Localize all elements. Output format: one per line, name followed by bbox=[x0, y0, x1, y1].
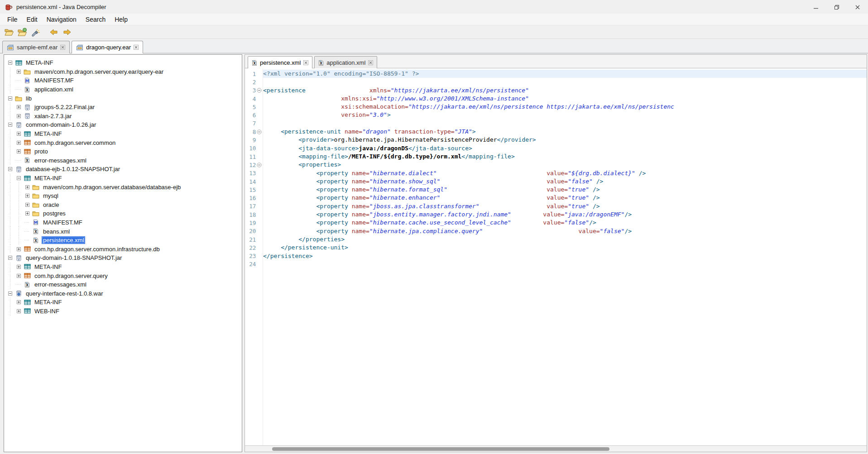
maximize-button[interactable] bbox=[826, 0, 847, 14]
expand-icon[interactable] bbox=[14, 307, 23, 316]
expand-icon[interactable] bbox=[23, 191, 32, 201]
tree-item[interactable]: Xerror-messages.xml bbox=[4, 156, 242, 165]
expand-icon[interactable] bbox=[14, 271, 23, 280]
tree-guide bbox=[14, 191, 23, 201]
collapse-icon[interactable] bbox=[6, 165, 14, 174]
expand-icon[interactable] bbox=[23, 182, 32, 191]
package-teal-icon bbox=[23, 308, 31, 314]
tree-item-label: postgres bbox=[42, 210, 67, 217]
close-tab-icon[interactable] bbox=[60, 45, 65, 50]
tree-item[interactable]: com.hp.dragon.server.query bbox=[4, 271, 242, 280]
open-type-button[interactable] bbox=[16, 26, 28, 38]
svg-text:X: X bbox=[34, 230, 38, 234]
code-line: </properties> bbox=[263, 235, 867, 244]
tree-item[interactable]: MMANIFEST.MF bbox=[4, 76, 242, 85]
fold-collapse-icon[interactable] bbox=[256, 162, 263, 167]
horizontal-scrollbar[interactable] bbox=[245, 445, 867, 452]
menu-item-search[interactable]: Search bbox=[81, 16, 110, 23]
code-area[interactable]: <?xml version="1.0" encoding="ISO-8859-1… bbox=[263, 68, 867, 445]
tree-item-label: MANIFEST.MF bbox=[33, 76, 75, 84]
tree-item[interactable]: query-domain-1.0.18-SNAPSHOT.jar bbox=[4, 253, 242, 263]
tree-item[interactable]: mysql bbox=[4, 191, 242, 201]
tree-item[interactable]: META-INF bbox=[4, 298, 242, 307]
expand-icon[interactable] bbox=[14, 147, 23, 156]
gutter-line: 9 bbox=[245, 136, 263, 144]
expand-icon[interactable] bbox=[23, 209, 32, 218]
fold-collapse-icon[interactable] bbox=[256, 88, 263, 93]
editor-tab-application-xml[interactable]: Xapplication.xml bbox=[314, 56, 377, 68]
line-number: 20 bbox=[245, 228, 256, 234]
tree-item[interactable]: xalan-2.7.3.jar bbox=[4, 112, 242, 121]
tree-item[interactable]: jgroups-5.2.22.Final.jar bbox=[4, 103, 242, 112]
svg-text:M: M bbox=[34, 220, 38, 225]
expand-icon[interactable] bbox=[14, 103, 23, 112]
tree-item[interactable]: com.hp.dragon.server.common.infrastructu… bbox=[4, 244, 242, 253]
tree-guide bbox=[6, 67, 14, 76]
expand-icon[interactable] bbox=[23, 201, 32, 210]
tree-item[interactable]: META-INF bbox=[4, 263, 242, 272]
collapse-icon[interactable] bbox=[6, 58, 14, 67]
forward-button[interactable] bbox=[61, 26, 73, 38]
app-tab-dragon-query-ear[interactable]: dragon-query.ear bbox=[72, 41, 143, 53]
menu-item-edit[interactable]: Edit bbox=[22, 16, 42, 23]
fold-collapse-icon[interactable] bbox=[256, 129, 263, 134]
tree-item[interactable]: META-INF bbox=[4, 58, 242, 67]
close-tab-icon[interactable] bbox=[303, 60, 308, 65]
scrollbar-thumb[interactable] bbox=[272, 447, 609, 451]
collapse-icon[interactable] bbox=[6, 120, 14, 129]
minimize-button[interactable] bbox=[806, 0, 826, 14]
tree-guide bbox=[6, 129, 14, 139]
jar-icon bbox=[14, 122, 23, 128]
gutter-line: 3 bbox=[245, 86, 263, 95]
line-number: 8 bbox=[245, 129, 256, 135]
tree-item[interactable]: postgres bbox=[4, 209, 242, 218]
manifest-icon: M bbox=[32, 219, 40, 225]
xml-icon: X bbox=[32, 237, 40, 244]
tree-item[interactable]: Xapplication.xml bbox=[4, 85, 242, 94]
collapse-icon[interactable] bbox=[6, 289, 14, 298]
code-line: <persistence-unit name="dragon" transact… bbox=[263, 128, 867, 136]
folder-icon bbox=[32, 193, 40, 199]
tree-item[interactable]: Xbeans.xml bbox=[4, 227, 242, 236]
tree-item[interactable]: query-interface-rest-1.0.8.war bbox=[4, 289, 242, 298]
open-file-button[interactable] bbox=[3, 26, 15, 38]
tree-item[interactable]: MMANIFEST.MF bbox=[4, 218, 242, 227]
tree-item[interactable]: Xpersistence.xml bbox=[4, 236, 242, 245]
tree-item[interactable]: common-domain-1.0.26.jar bbox=[4, 120, 242, 129]
menu-item-navigation[interactable]: Navigation bbox=[42, 16, 81, 23]
tree-item-label: error-messages.xml bbox=[33, 157, 88, 164]
expand-icon[interactable] bbox=[14, 138, 23, 147]
close-tab-icon[interactable] bbox=[134, 45, 139, 50]
expand-icon[interactable] bbox=[14, 298, 23, 307]
close-button[interactable] bbox=[847, 0, 868, 14]
collapse-icon[interactable] bbox=[6, 253, 14, 263]
expand-icon[interactable] bbox=[14, 244, 23, 253]
app-tab-sample-emf-ear[interactable]: sample-emf.ear bbox=[2, 41, 70, 53]
tree-item[interactable]: oracle bbox=[4, 201, 242, 210]
menu-item-file[interactable]: File bbox=[3, 16, 22, 23]
search-button[interactable] bbox=[29, 26, 41, 38]
tree-item[interactable]: database-ejb-1.0.12-SNAPSHOT.jar bbox=[4, 165, 242, 174]
collapse-icon[interactable] bbox=[6, 94, 14, 103]
expand-icon[interactable] bbox=[14, 112, 23, 121]
tree-item[interactable]: proto bbox=[4, 147, 242, 156]
editor-tab-persistence-xml[interactable]: Xpersistence.xml bbox=[248, 56, 312, 68]
back-button[interactable] bbox=[48, 26, 60, 38]
tree-item[interactable]: maven/com.hp.dragon.server.query.ear/que… bbox=[4, 67, 242, 76]
collapse-icon[interactable] bbox=[14, 174, 23, 183]
tree-item[interactable]: Xerror-messages.xml bbox=[4, 280, 242, 289]
package-orange-icon bbox=[23, 273, 31, 278]
code-line: version="3.0"> bbox=[263, 111, 867, 119]
expand-icon[interactable] bbox=[14, 129, 23, 139]
expand-icon[interactable] bbox=[14, 263, 23, 272]
close-tab-icon[interactable] bbox=[368, 60, 373, 65]
expand-icon[interactable] bbox=[14, 67, 23, 76]
tree-item[interactable]: com.hp.dragon.server.common bbox=[4, 138, 242, 147]
tree-item-label: com.hp.dragon.server.common.infrastructu… bbox=[33, 245, 161, 253]
menu-item-help[interactable]: Help bbox=[110, 16, 132, 23]
tree-item[interactable]: maven/com.hp.dragon.server.database/data… bbox=[4, 182, 242, 191]
tree-item[interactable]: META-INF bbox=[4, 129, 242, 139]
tree-item[interactable]: lib bbox=[4, 94, 242, 103]
tree-item[interactable]: META-INF bbox=[4, 174, 242, 183]
tree-item[interactable]: WEB-INF bbox=[4, 307, 242, 316]
